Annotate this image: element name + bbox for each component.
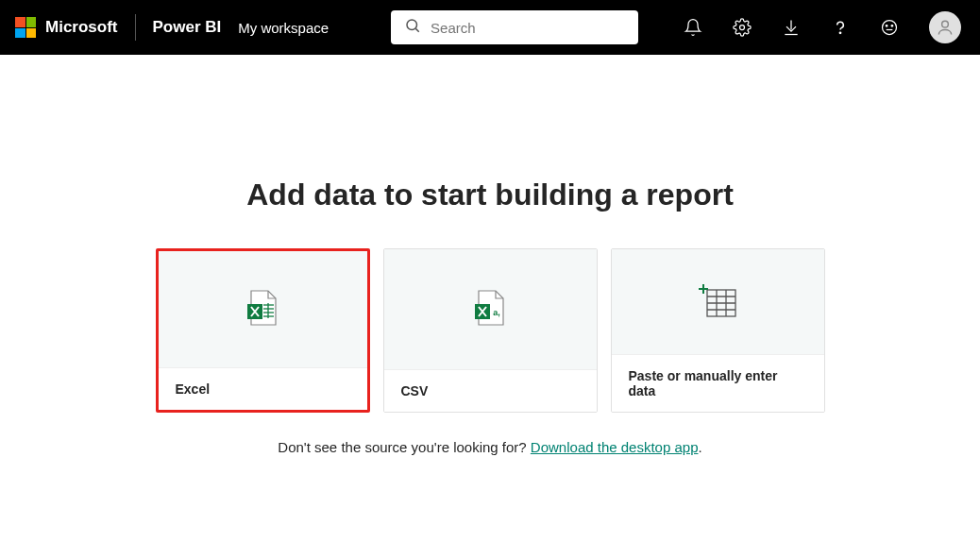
svg-point-2 [740,25,745,30]
search-icon [404,17,421,38]
footer-suffix: . [699,439,702,455]
card-label: CSV [384,369,597,412]
vertical-divider [135,14,136,41]
main-content: Add data to start building a report [0,55,980,455]
microsoft-logo[interactable]: Microsoft [15,17,135,38]
app-header: Microsoft Power BI My workspace [0,0,980,55]
header-actions [684,11,961,43]
microsoft-brand-text: Microsoft [45,18,118,37]
feedback-icon[interactable] [880,18,899,37]
data-source-cards: Excel a, CSV [156,248,825,413]
svg-line-1 [415,28,418,31]
download-icon[interactable] [782,18,801,37]
footer-text: Don't see the source you're looking for?… [278,439,701,455]
search-container [391,10,638,44]
csv-file-icon: a, [473,289,507,330]
card-label: Paste or manually enter data [612,354,824,412]
footer-prefix: Don't see the source you're looking for? [278,439,531,455]
page-title: Add data to start building a report [246,178,734,212]
notifications-icon[interactable] [684,18,702,37]
svg-point-0 [407,20,417,30]
microsoft-logo-icon [15,17,36,38]
card-icon-area [159,251,367,367]
profile-avatar[interactable] [929,11,961,43]
workspace-name[interactable]: My workspace [238,20,329,36]
card-csv[interactable]: a, CSV [383,248,598,413]
table-plus-icon [698,282,737,322]
svg-point-5 [886,25,887,27]
card-icon-area: a, [384,249,597,369]
download-desktop-link[interactable]: Download the desktop app [531,439,699,455]
app-name[interactable]: Power BI [153,18,222,37]
svg-point-7 [942,21,949,27]
svg-point-3 [839,32,840,33]
card-label: Excel [159,367,367,410]
settings-icon[interactable] [733,18,752,37]
help-icon[interactable] [831,18,850,37]
card-manual-data[interactable]: Paste or manually enter data [611,248,825,413]
excel-file-icon [245,289,279,330]
svg-text:a,: a, [493,308,500,317]
card-excel[interactable]: Excel [156,248,370,413]
search-box[interactable] [391,10,638,44]
search-input[interactable] [431,20,625,36]
card-icon-area [612,249,824,354]
svg-point-4 [883,21,897,35]
svg-point-6 [891,25,893,27]
